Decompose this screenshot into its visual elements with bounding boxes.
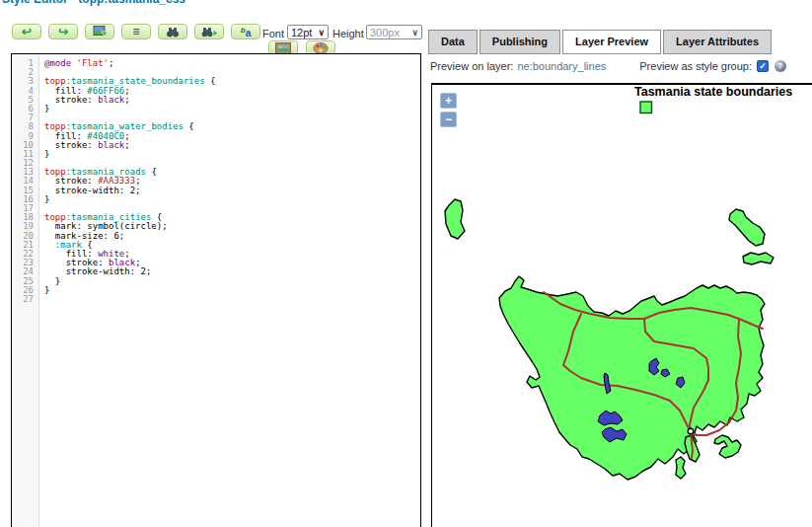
reformat-lines-icon: ≡ <box>132 26 139 38</box>
editor-height-select[interactable]: 300px ∨ <box>366 25 422 39</box>
code-line: 15 stroke-width: 2; <box>12 187 420 195</box>
editor-height-value: 300px <box>370 27 400 38</box>
line-number: 7 <box>12 113 39 122</box>
code-line: 11} <box>12 150 420 159</box>
layer-tabs: Data Publishing Layer Preview Layer Attr… <box>428 30 772 54</box>
legend-title: Tasmania state boundaries <box>634 85 812 99</box>
code-area: 1@mode 'Flat';23topp:tasmania_state_boun… <box>12 54 420 304</box>
city-marker <box>688 428 694 434</box>
preview-on-layer-label: Preview on layer: <box>430 60 513 72</box>
code-line: 5 stroke: black; <box>12 96 420 105</box>
code-line: 16} <box>12 195 420 204</box>
line-number: 2 <box>12 68 39 77</box>
find-next-button[interactable] <box>194 24 224 39</box>
style-group-label: Preview as style group: <box>639 60 752 72</box>
help-icon[interactable]: ? <box>775 60 786 72</box>
line-number: 27 <box>12 295 39 304</box>
font-size-select[interactable]: 12pt ∨ <box>287 25 329 39</box>
line-number: 6 <box>12 105 39 113</box>
find-button[interactable] <box>158 24 187 39</box>
replace-icon: ba <box>241 24 251 39</box>
binoculars-icon <box>166 27 180 38</box>
redo-icon: ↪ <box>58 26 68 38</box>
map-preview[interactable]: Tasmania state boundaries + − <box>431 83 812 527</box>
map-legend: Tasmania state boundaries <box>634 85 812 114</box>
tab-publishing[interactable]: Publishing <box>480 30 560 54</box>
insert-image-button[interactable] <box>85 24 114 39</box>
tab-layer-preview[interactable]: Layer Preview <box>562 30 661 54</box>
code-line: 10 stroke: black; <box>12 141 420 150</box>
chevron-down-icon: ∨ <box>411 28 418 38</box>
tab-data[interactable]: Data <box>428 30 478 54</box>
style-code-editor[interactable]: 1@mode 'Flat';23topp:tasmania_state_boun… <box>11 53 421 527</box>
font-size-value: 12pt <box>291 27 312 38</box>
tasmania-map <box>432 85 812 527</box>
page-title-clip: Style Editor - topp:tasmania_css <box>0 0 414 6</box>
check-icon: ✓ <box>759 62 767 71</box>
binoculars-arrow-icon <box>201 27 218 38</box>
picture-icon <box>275 42 291 54</box>
height-label: Height <box>332 28 364 39</box>
zoom-in-button[interactable]: + <box>440 93 457 109</box>
chevron-down-icon: ∨ <box>318 28 325 38</box>
code-line: 1@mode 'Flat'; <box>12 59 420 68</box>
line-number: 5 <box>12 96 39 105</box>
legend-swatch <box>639 101 653 114</box>
page-title: Style Editor - topp:tasmania_css <box>2 0 414 6</box>
font-label: Font <box>262 28 284 39</box>
replace-button[interactable]: ba <box>231 24 260 39</box>
line-number: 1 <box>12 59 39 68</box>
map-zoom-controls: + − <box>440 93 457 130</box>
palette-icon <box>313 42 329 54</box>
reformat-button[interactable]: ≡ <box>121 24 151 39</box>
code-line: 24 stroke-width: 2; <box>12 267 420 276</box>
editor-toolbar: ↩ ↪ ≡ ba <box>12 24 260 39</box>
undo-icon: ↩ <box>22 26 32 38</box>
code-line: 6} <box>12 105 420 113</box>
code-line: 26} <box>12 286 420 295</box>
preview-layer-link[interactable]: ne:boundary_lines <box>517 60 606 72</box>
code-line: 27 <box>12 295 420 304</box>
zoom-out-button[interactable]: − <box>440 112 457 127</box>
line-number: 4 <box>12 87 39 96</box>
preview-options-bar: Preview on layer: ne:boundary_lines Prev… <box>430 60 812 72</box>
tab-layer-attributes[interactable]: Layer Attributes <box>663 30 772 54</box>
redo-button[interactable]: ↪ <box>48 24 78 39</box>
line-number: 3 <box>12 77 39 86</box>
code-line: 25 } <box>12 277 420 286</box>
line-number: 8 <box>12 122 39 131</box>
undo-button[interactable]: ↩ <box>12 24 41 39</box>
style-group-checkbox[interactable]: ✓ <box>757 60 769 72</box>
insert-image-icon <box>93 26 108 38</box>
